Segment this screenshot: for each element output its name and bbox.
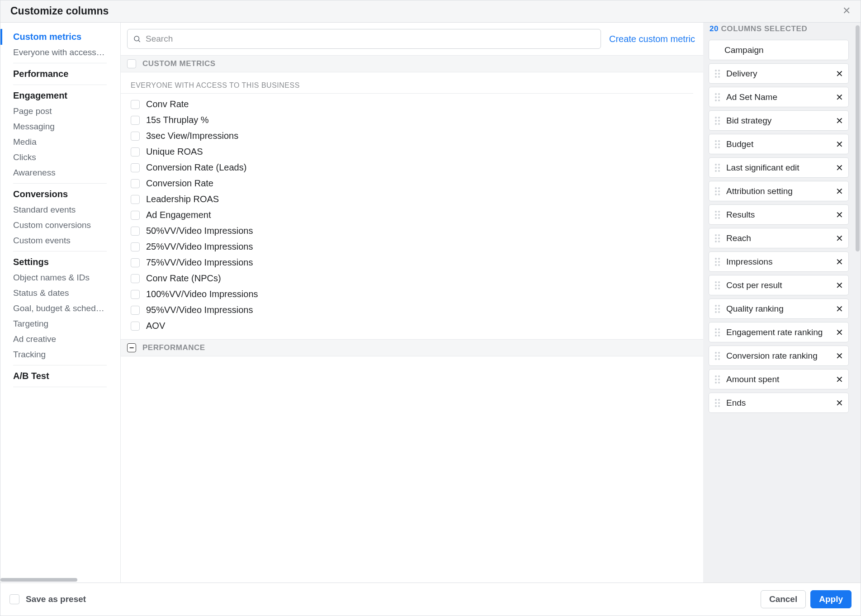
sidebar-item[interactable]: Media <box>13 134 107 150</box>
drag-handle-icon[interactable] <box>713 326 722 339</box>
drag-handle-icon[interactable] <box>713 208 722 221</box>
drag-handle-icon[interactable] <box>713 350 722 362</box>
sidebar-item[interactable]: Targeting <box>13 316 107 332</box>
selected-column[interactable]: Cost per result✕ <box>709 275 849 295</box>
sidebar-item[interactable]: Goal, budget & schedule <box>13 301 107 316</box>
remove-column-icon[interactable]: ✕ <box>834 256 845 267</box>
metric-checkbox[interactable] <box>131 163 140 172</box>
metric-row[interactable]: Leadership ROAS <box>131 191 693 207</box>
category-sidebar[interactable]: Custom metricsEveryone with access to th… <box>0 23 121 583</box>
sidebar-heading[interactable]: Engagement <box>13 88 107 104</box>
drag-handle-icon[interactable] <box>713 256 722 268</box>
sidebar-item[interactable]: Page post <box>13 104 107 119</box>
drag-handle-icon[interactable] <box>713 138 722 151</box>
search-input[interactable] <box>141 34 595 44</box>
metrics-scroll[interactable]: EVERYONE WITH ACCESS TO THIS BUSINESSCon… <box>121 72 703 339</box>
selected-column[interactable]: Results✕ <box>709 204 849 225</box>
selected-column[interactable]: Delivery✕ <box>709 63 849 84</box>
drag-handle-icon[interactable] <box>713 232 722 245</box>
remove-column-icon[interactable]: ✕ <box>834 115 845 126</box>
remove-column-icon[interactable]: ✕ <box>834 374 845 385</box>
sidebar-item[interactable]: Everyone with access to this Business <box>13 45 107 60</box>
remove-column-icon[interactable]: ✕ <box>834 162 845 173</box>
selected-column[interactable]: Quality ranking✕ <box>709 299 849 319</box>
remove-column-icon[interactable]: ✕ <box>834 209 845 220</box>
selected-column[interactable]: Impressions✕ <box>709 251 849 272</box>
remove-column-icon[interactable]: ✕ <box>834 233 845 244</box>
sidebar-heading[interactable]: Settings <box>13 254 107 270</box>
metric-checkbox[interactable] <box>131 274 140 283</box>
selected-column[interactable]: Attribution setting✕ <box>709 181 849 201</box>
metric-row[interactable]: 75%VV/Video Impressions <box>131 255 693 270</box>
metric-checkbox[interactable] <box>131 147 140 156</box>
remove-column-icon[interactable]: ✕ <box>834 68 845 79</box>
sidebar-item[interactable]: Object names & IDs <box>13 270 107 285</box>
metric-row[interactable]: 50%VV/Video Impressions <box>131 223 693 239</box>
metric-row[interactable]: 25%VV/Video Impressions <box>131 239 693 255</box>
section-header[interactable]: PERFORMANCE <box>121 339 703 356</box>
sidebar-item[interactable]: Custom conversions <box>13 218 107 233</box>
metric-row[interactable]: Conversion Rate (Leads) <box>131 160 693 175</box>
metric-row[interactable]: Conversion Rate <box>131 175 693 191</box>
selected-column[interactable]: Bid strategy✕ <box>709 110 849 131</box>
sidebar-item[interactable]: Clicks <box>13 150 107 165</box>
metric-row[interactable]: Unique ROAS <box>131 144 693 160</box>
remove-column-icon[interactable]: ✕ <box>834 303 845 314</box>
selected-column[interactable]: Campaign <box>709 40 849 60</box>
metric-row[interactable]: Conv Rate <box>131 96 693 112</box>
apply-button[interactable]: Apply <box>810 590 852 608</box>
drag-handle-icon[interactable] <box>713 114 722 127</box>
close-icon[interactable]: ✕ <box>841 4 852 18</box>
section-checkbox[interactable] <box>127 59 136 68</box>
drag-handle-icon[interactable] <box>713 279 722 292</box>
metric-checkbox[interactable] <box>131 132 140 141</box>
selected-column[interactable]: Engagement rate ranking✕ <box>709 322 849 342</box>
remove-column-icon[interactable]: ✕ <box>834 398 845 408</box>
sidebar-item[interactable]: Status & dates <box>13 285 107 301</box>
section-header[interactable]: CUSTOM METRICS <box>121 55 703 72</box>
drag-handle-icon[interactable] <box>713 303 722 315</box>
metric-row[interactable]: 3sec View/Impressions <box>131 128 693 144</box>
sidebar-item[interactable]: Standard events <box>13 202 107 218</box>
remove-column-icon[interactable]: ✕ <box>834 139 845 150</box>
sidebar-item[interactable]: Messaging <box>13 119 107 134</box>
sidebar-heading[interactable]: A/B Test <box>13 368 107 384</box>
metric-checkbox[interactable] <box>131 100 140 109</box>
metric-checkbox[interactable] <box>131 242 140 251</box>
selected-column[interactable]: Reach✕ <box>709 228 849 248</box>
metric-row[interactable]: 95%VV/Video Impressions <box>131 302 693 318</box>
metric-checkbox[interactable] <box>131 195 140 204</box>
search-field[interactable] <box>127 29 601 49</box>
metric-checkbox[interactable] <box>131 116 140 125</box>
metric-checkbox[interactable] <box>131 179 140 188</box>
sidebar-item[interactable]: Custom events <box>13 233 107 248</box>
drag-handle-icon[interactable] <box>713 67 722 80</box>
metric-row[interactable]: 15s Thruplay % <box>131 112 693 128</box>
metric-row[interactable]: Ad Engagement <box>131 207 693 223</box>
cancel-button[interactable]: Cancel <box>761 590 806 608</box>
remove-column-icon[interactable]: ✕ <box>834 280 845 291</box>
create-custom-metric-link[interactable]: Create custom metric <box>609 34 695 44</box>
sidebar-item[interactable]: Awareness <box>13 165 107 180</box>
selected-column[interactable]: Amount spent✕ <box>709 369 849 389</box>
drag-handle-icon[interactable] <box>713 397 722 409</box>
metric-checkbox[interactable] <box>131 258 140 267</box>
drag-handle-icon[interactable] <box>713 91 722 104</box>
metric-checkbox[interactable] <box>131 290 140 299</box>
metric-checkbox[interactable] <box>131 211 140 220</box>
sidebar-heading[interactable]: Performance <box>13 66 107 82</box>
drag-handle-icon[interactable] <box>713 185 722 198</box>
sidebar-item[interactable]: Tracking <box>13 347 107 362</box>
sidebar-item[interactable]: Ad creative <box>13 332 107 347</box>
sidebar-scrollbar[interactable] <box>0 577 120 583</box>
remove-column-icon[interactable]: ✕ <box>834 351 845 361</box>
selected-column[interactable]: Last significant edit✕ <box>709 157 849 178</box>
selected-column[interactable]: Ad Set Name✕ <box>709 87 849 107</box>
save-preset-checkbox[interactable] <box>9 594 19 604</box>
metric-checkbox[interactable] <box>131 322 140 331</box>
selected-column[interactable]: Ends✕ <box>709 393 849 413</box>
save-as-preset[interactable]: Save as preset <box>9 594 86 604</box>
remove-column-icon[interactable]: ✕ <box>834 327 845 338</box>
drag-handle-icon[interactable] <box>713 161 722 174</box>
metric-row[interactable]: AOV <box>131 318 693 334</box>
